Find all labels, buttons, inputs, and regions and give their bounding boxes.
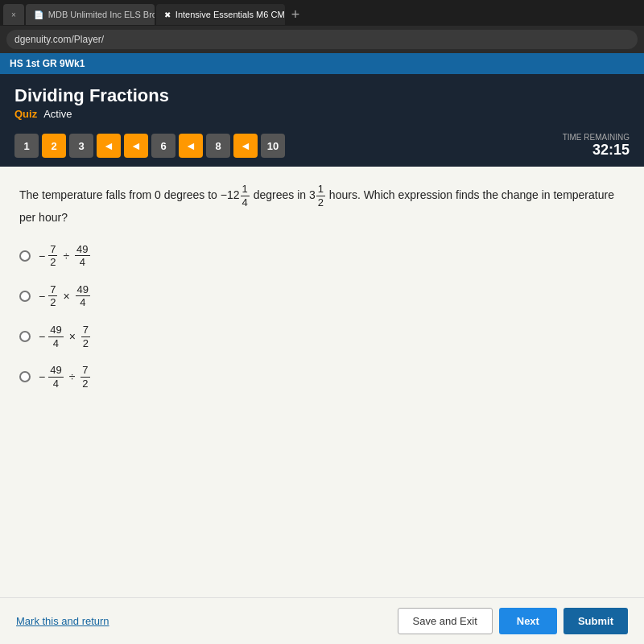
option-c-math: − 49 4 × 7 2: [39, 324, 91, 349]
mark-return-button[interactable]: Mark this and return: [16, 615, 109, 627]
browser-chrome: × 📄 MDB Unlimited Inc ELS Broker A... × …: [0, 0, 644, 53]
bottom-bar: Mark this and return Save and Exit Next …: [0, 597, 644, 644]
quiz-title: Dividing Fractions: [14, 85, 630, 106]
app-header-label: HS 1st GR 9Wk1: [10, 58, 85, 69]
option-c-frac1: 49 4: [48, 324, 63, 349]
tab-3[interactable]: ✖ Intensive Essentials M6 CM 156... ×: [156, 4, 285, 25]
option-b-frac1: 7 2: [48, 283, 57, 309]
fraction-mixed-2: 12: [316, 183, 325, 208]
option-c-op: ×: [69, 330, 76, 343]
save-exit-button[interactable]: Save and Exit: [398, 608, 493, 634]
address-bar-input[interactable]: [6, 30, 638, 49]
submit-button[interactable]: Submit: [564, 608, 628, 634]
nav-btn-arrow-3[interactable]: ◄: [179, 134, 203, 158]
next-button[interactable]: Next: [499, 608, 557, 634]
main-content: Dividing Fractions Quiz Active 1 2 3 ◄ ◄…: [0, 74, 644, 644]
quiz-status-row: Quiz Active: [14, 108, 630, 120]
frac1-den: 4: [241, 196, 250, 209]
option-d-op: ÷: [69, 370, 76, 383]
option-b[interactable]: − 7 2 × 49 4: [19, 283, 625, 309]
bottom-buttons: Save and Exit Next Submit: [398, 608, 628, 634]
quiz-status: Active: [43, 108, 72, 120]
tab-close-1[interactable]: ×: [11, 10, 16, 19]
nav-btn-arrow-2[interactable]: ◄: [124, 134, 148, 158]
option-b-neg: −: [39, 290, 45, 303]
option-b-op: ×: [63, 290, 69, 303]
quiz-header: Dividing Fractions Quiz Active: [0, 74, 644, 133]
app-header: HS 1st GR 9Wk1: [0, 53, 644, 74]
question-nav: 1 2 3 ◄ ◄ 6 ◄ 8 ◄ 10 TIME REMAINING 32:1…: [0, 133, 644, 167]
option-a-neg: −: [39, 250, 45, 262]
option-d-neg: −: [39, 370, 45, 383]
frac2-num: 1: [316, 183, 325, 196]
option-b-radio[interactable]: [19, 291, 31, 302]
timer-area: TIME REMAINING 32:15: [563, 133, 630, 159]
option-a[interactable]: − 7 2 ÷ 49 4: [19, 243, 625, 269]
question-area: The temperature falls from 0 degrees to …: [0, 167, 644, 597]
timer-value: 32:15: [563, 142, 630, 159]
tab-label-2: MDB Unlimited Inc ELS Broker A...: [48, 10, 155, 19]
option-a-math: − 7 2 ÷ 49 4: [39, 243, 91, 269]
option-a-frac1: 7 2: [48, 243, 57, 269]
tab-icon-2: 📄: [34, 10, 43, 19]
tab-bar: × 📄 MDB Unlimited Inc ELS Broker A... × …: [0, 0, 644, 26]
address-bar-row: [0, 26, 644, 53]
option-d-math: − 49 4 ÷ 7 2: [39, 364, 91, 390]
option-c-radio[interactable]: [19, 331, 31, 342]
option-a-frac2: 49 4: [75, 243, 89, 269]
tab-2[interactable]: 📄 MDB Unlimited Inc ELS Broker A... ×: [26, 4, 155, 25]
nav-btn-10[interactable]: 10: [261, 134, 285, 158]
question-text-middle: degrees in 3: [254, 188, 316, 201]
option-d-frac1: 49 4: [48, 364, 63, 390]
option-a-radio[interactable]: [19, 250, 31, 262]
new-tab-button[interactable]: +: [287, 6, 305, 23]
option-c[interactable]: − 49 4 × 7 2: [19, 324, 625, 349]
option-d-radio[interactable]: [19, 371, 31, 382]
frac1-num: 1: [241, 183, 250, 196]
option-c-neg: −: [39, 330, 45, 343]
options-list: − 7 2 ÷ 49 4 − 7: [19, 243, 625, 390]
tab-1[interactable]: ×: [3, 4, 24, 25]
option-a-op: ÷: [63, 250, 69, 262]
tab-icon-3: ✖: [164, 10, 171, 19]
nav-btn-1[interactable]: 1: [14, 134, 39, 158]
nav-btn-arrow-1[interactable]: ◄: [97, 134, 121, 158]
option-b-math: − 7 2 × 49 4: [39, 283, 91, 309]
nav-btn-3[interactable]: 3: [69, 134, 93, 158]
frac2-den: 2: [316, 196, 325, 209]
nav-btn-8[interactable]: 8: [206, 134, 230, 158]
question-text-before: The temperature falls from 0 degrees to …: [19, 188, 240, 201]
option-d-frac2: 7 2: [80, 364, 89, 390]
option-b-frac2: 49 4: [76, 283, 90, 309]
tab-label-3: Intensive Essentials M6 CM 156...: [175, 10, 285, 19]
quiz-label: Quiz: [14, 108, 37, 120]
fraction-mixed-1: 14: [241, 183, 250, 208]
question-text: The temperature falls from 0 degrees to …: [19, 183, 625, 227]
timer-label: TIME REMAINING: [563, 133, 630, 142]
nav-btn-arrow-4[interactable]: ◄: [233, 134, 258, 158]
nav-btn-2[interactable]: 2: [42, 134, 66, 158]
option-d[interactable]: − 49 4 ÷ 7 2: [19, 364, 625, 390]
nav-btn-6[interactable]: 6: [151, 134, 175, 158]
option-c-frac2: 7 2: [81, 324, 90, 349]
